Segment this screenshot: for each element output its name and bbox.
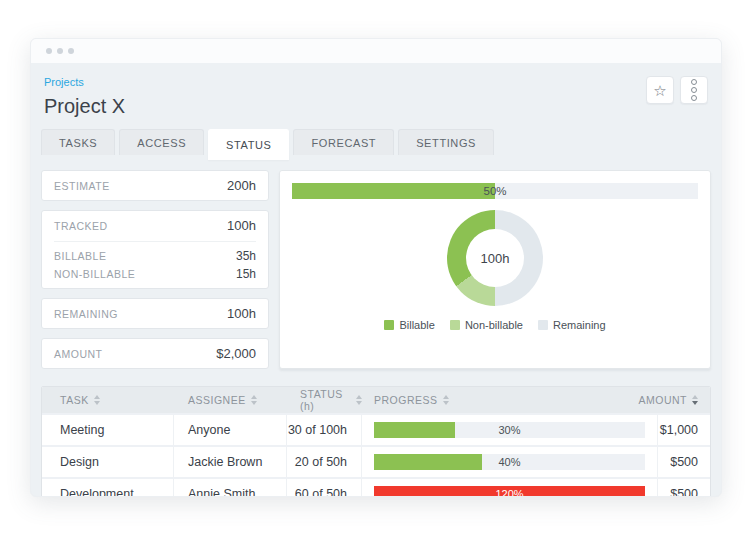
billable-label: BILLABLE: [54, 250, 106, 262]
progress-cell: 120%: [362, 479, 658, 497]
column-header-progress[interactable]: PROGRESS: [362, 387, 658, 413]
page-header: Projects Project X ☆: [41, 72, 711, 118]
row-progress-bar: 30%: [374, 422, 645, 438]
sort-icon: [692, 395, 698, 405]
non-billable-row: NON-BILLABLE 15h: [54, 267, 256, 281]
overall-progress-label: 50%: [292, 183, 698, 199]
tab-tasks[interactable]: TASKS: [41, 129, 115, 155]
tab-bar: TASKS ACCESS STATUS FORECAST SETTINGS: [41, 129, 711, 160]
row-progress-label: 30%: [374, 422, 645, 438]
more-menu-button[interactable]: [680, 76, 708, 104]
amount-label: AMOUNT: [54, 348, 103, 360]
sort-icon: [443, 395, 449, 405]
legend-item-non-billable: Non-billable: [450, 319, 523, 331]
estimate-label: ESTIMATE: [54, 180, 110, 192]
row-progress-label: 40%: [374, 454, 645, 470]
tracked-value: 100h: [227, 218, 256, 233]
tab-forecast[interactable]: FORECAST: [293, 129, 394, 155]
sort-icon: [251, 395, 257, 405]
remaining-box: REMAINING 100h: [41, 298, 269, 329]
chart-legend: Billable Non-billable Remaining: [384, 319, 605, 331]
breadcrumb-projects-link[interactable]: Projects: [44, 76, 84, 89]
column-label: AMOUNT: [639, 394, 688, 406]
column-header-task[interactable]: TASK: [42, 387, 174, 413]
estimate-box: ESTIMATE 200h: [41, 170, 269, 201]
tracked-donut-chart: 100h: [447, 210, 543, 306]
star-icon: ☆: [653, 83, 666, 98]
page-title: Project X: [44, 94, 125, 118]
kebab-menu-icon: [691, 79, 697, 101]
window-dot: [46, 48, 52, 54]
amount-value: $2,000: [216, 346, 256, 361]
table-header: TASK ASSIGNEE STATUS (h) PROGRESS AMOUNT: [42, 387, 710, 413]
amount-box: AMOUNT $2,000: [41, 338, 269, 369]
legend-label: Billable: [399, 319, 434, 331]
header-actions: ☆: [646, 76, 708, 104]
window-dot: [68, 48, 74, 54]
assignee-cell: Annie Smith: [174, 479, 287, 497]
donut-center: 100h: [466, 229, 524, 287]
tasks-table: TASK ASSIGNEE STATUS (h) PROGRESS AMOUNT: [41, 386, 711, 497]
tracked-box: TRACKED 100h BILLABLE 35h NON-BILLABLE 1…: [41, 210, 269, 289]
remaining-label: REMAINING: [54, 308, 118, 320]
billable-swatch-icon: [384, 320, 394, 330]
tab-status[interactable]: STATUS: [208, 129, 289, 160]
non-billable-label: NON-BILLABLE: [54, 268, 135, 280]
status-chart-card: 50% 100h Billable Non-billable: [279, 170, 711, 369]
task-cell: Meeting: [42, 415, 174, 445]
status-cell: 30 of 100h: [287, 415, 362, 445]
favorite-button[interactable]: ☆: [646, 76, 674, 104]
column-header-status[interactable]: STATUS (h): [287, 387, 362, 413]
estimate-value: 200h: [227, 178, 256, 193]
divider: [54, 241, 256, 242]
progress-cell: 30%: [362, 415, 658, 445]
progress-cell: 40%: [362, 447, 658, 477]
amount-cell: $500: [658, 447, 710, 477]
amount-cell: $500: [658, 479, 710, 497]
column-header-assignee[interactable]: ASSIGNEE: [174, 387, 287, 413]
column-label: ASSIGNEE: [188, 394, 246, 406]
status-cell: 20 of 50h: [287, 447, 362, 477]
assignee-cell: Anyone: [174, 415, 287, 445]
status-panel: ESTIMATE 200h TRACKED 100h BILLABLE 35h …: [41, 170, 711, 369]
window-dot: [57, 48, 63, 54]
donut-center-label: 100h: [481, 251, 510, 266]
remaining-swatch-icon: [538, 320, 548, 330]
amount-cell: $1,000: [658, 415, 710, 445]
legend-label: Remaining: [553, 319, 606, 331]
legend-item-remaining: Remaining: [538, 319, 606, 331]
billable-row: BILLABLE 35h: [54, 249, 256, 263]
row-progress-label: 120%: [374, 486, 645, 497]
non-billable-swatch-icon: [450, 320, 460, 330]
column-label: PROGRESS: [374, 394, 438, 406]
row-progress-bar: 120%: [374, 486, 645, 497]
window-titlebar: [31, 39, 721, 63]
remaining-value: 100h: [227, 306, 256, 321]
column-label: STATUS (h): [300, 388, 351, 412]
tab-settings[interactable]: SETTINGS: [398, 129, 494, 155]
sort-icon: [94, 395, 100, 405]
table-row-meeting[interactable]: Meeting Anyone 30 of 100h 30% $1,000: [42, 413, 710, 445]
task-cell: Development: [42, 479, 174, 497]
tab-access[interactable]: ACCESS: [119, 129, 204, 155]
column-header-amount[interactable]: AMOUNT: [658, 387, 710, 413]
legend-item-billable: Billable: [384, 319, 434, 331]
overall-progress-bar: 50%: [292, 183, 698, 199]
row-progress-bar: 40%: [374, 454, 645, 470]
column-label: TASK: [60, 394, 89, 406]
table-row-development[interactable]: Development Annie Smith 60 of 50h 120% $…: [42, 477, 710, 497]
summary-column: ESTIMATE 200h TRACKED 100h BILLABLE 35h …: [41, 170, 269, 369]
non-billable-value: 15h: [236, 267, 256, 281]
status-cell: 60 of 50h: [287, 479, 362, 497]
billable-value: 35h: [236, 249, 256, 263]
assignee-cell: Jackie Brown: [174, 447, 287, 477]
table-row-design[interactable]: Design Jackie Brown 20 of 50h 40% $500: [42, 445, 710, 477]
window-content: Projects Project X ☆ TASKS ACCESS STATUS…: [31, 63, 721, 497]
task-cell: Design: [42, 447, 174, 477]
tracked-label: TRACKED: [54, 220, 108, 232]
app-window: Projects Project X ☆ TASKS ACCESS STATUS…: [30, 38, 722, 497]
legend-label: Non-billable: [465, 319, 523, 331]
